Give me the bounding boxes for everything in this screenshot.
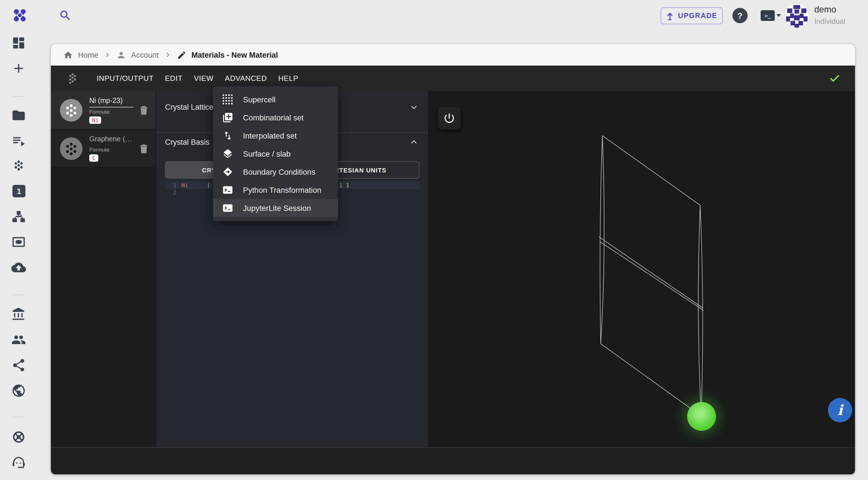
chevron-up-icon[interactable] xyxy=(410,138,418,146)
jobs-icon[interactable]: 1 xyxy=(11,184,26,199)
section-title: Crystal Basis xyxy=(165,138,210,146)
materials-panel: Ni (mp-23) Formula: Ni Graphene (… Formu… xyxy=(51,91,156,447)
media-icon[interactable] xyxy=(11,235,26,249)
question-mark-icon: ? xyxy=(738,11,743,20)
help-button[interactable]: ? xyxy=(733,8,748,23)
cloud-upload-icon[interactable] xyxy=(11,260,26,275)
formula-badge: C xyxy=(89,154,98,162)
terminal-icon xyxy=(222,202,234,214)
rail-divider xyxy=(13,96,25,97)
formula-label: Formula: xyxy=(89,108,133,115)
delete-material-icon[interactable] xyxy=(139,104,149,115)
headset-icon[interactable] xyxy=(11,455,26,470)
user-avatar[interactable] xyxy=(785,4,809,28)
menu-item-combinatorial-set[interactable]: Combinatorial set xyxy=(213,109,338,127)
formula-badge: Ni xyxy=(89,116,101,123)
surface-slab-icon xyxy=(222,148,234,159)
chevron-down-icon[interactable] xyxy=(410,103,418,111)
breadcrumb-current: Materials - New Material xyxy=(192,51,278,59)
toggle-viewer-button[interactable] xyxy=(438,107,461,129)
console-menu-button[interactable]: >_ xyxy=(761,10,781,21)
add-icon[interactable] xyxy=(11,61,26,76)
info-button[interactable]: i xyxy=(828,398,852,422)
home-icon[interactable] xyxy=(63,50,73,60)
info-icon: i xyxy=(837,402,843,418)
folder-icon[interactable] xyxy=(11,108,26,123)
upload-icon xyxy=(666,11,673,20)
mat3ra-logo-icon[interactable] xyxy=(12,7,28,23)
search-icon[interactable] xyxy=(59,9,72,22)
line-number: 2 xyxy=(165,189,176,196)
pencil-icon xyxy=(177,50,186,60)
menu-help[interactable]: HELP xyxy=(273,69,304,87)
boundary-conditions-icon xyxy=(222,166,234,178)
breadcrumb-account[interactable]: Account xyxy=(131,51,159,59)
menu-item-boundary-conditions[interactable]: Boundary Conditions xyxy=(213,163,338,181)
supercell-grid-icon xyxy=(222,94,234,105)
jobs-badge: 1 xyxy=(12,185,25,197)
menu-view[interactable]: VIEW xyxy=(188,69,219,87)
combinatorial-set-icon xyxy=(222,112,234,123)
ni-atom-sphere[interactable] xyxy=(687,402,716,431)
menu-item-jupyterlite-session[interactable]: JupyterLite Session xyxy=(213,199,338,217)
breadcrumb: Home Account Materials - New Material xyxy=(51,44,855,66)
menu-item-interpolated-set[interactable]: Interpolated set xyxy=(213,127,338,145)
globe-icon[interactable] xyxy=(11,383,26,398)
bank-icon[interactable] xyxy=(11,307,26,322)
material-avatar xyxy=(60,137,83,160)
terminal-icon xyxy=(222,184,234,196)
menu-item-label: Python Transformation xyxy=(243,186,321,194)
content-row: Ni (mp-23) Formula: Ni Graphene (… Formu… xyxy=(51,91,855,447)
workspace-card: Home Account Materials - New Material IN… xyxy=(51,44,855,474)
menu-item-python-transformation[interactable]: Python Transformation xyxy=(213,181,338,199)
material-item-ni[interactable]: Ni (mp-23) Formula: Ni xyxy=(51,91,155,129)
people-icon[interactable] xyxy=(11,332,26,347)
menu-item-label: Boundary Conditions xyxy=(243,168,315,176)
app-root: UPGRADE ? >_ xyxy=(0,0,868,480)
top-bar: UPGRADE ? >_ xyxy=(0,0,868,31)
interpolated-set-icon xyxy=(222,130,234,141)
breadcrumb-home[interactable]: Home xyxy=(78,51,98,59)
material-item-graphene[interactable]: Graphene (… Formula: C xyxy=(51,129,155,168)
playlist-play-icon[interactable] xyxy=(11,133,26,148)
menu-edit[interactable]: EDIT xyxy=(159,69,188,87)
chevron-right-icon xyxy=(103,51,111,59)
element-token: Ni xyxy=(181,182,188,188)
line-number: 1 xyxy=(165,182,176,188)
menu-item-label: JupyterLite Session xyxy=(243,204,311,212)
section-title: Crystal Lattice xyxy=(165,103,213,111)
menu-item-surface-slab[interactable]: Surface / slab xyxy=(213,145,338,163)
user-plan: Individual xyxy=(814,17,845,25)
advanced-dropdown-menu: Supercell Combinatorial set Interpolated… xyxy=(213,87,338,221)
chevron-right-icon xyxy=(164,51,172,59)
3d-viewer[interactable]: i xyxy=(429,91,855,447)
delete-material-icon[interactable] xyxy=(139,143,149,154)
rail-divider xyxy=(13,417,25,417)
menu-input-output[interactable]: INPUT/OUTPUT xyxy=(91,69,159,87)
menu-advanced[interactable]: ADVANCED xyxy=(219,69,273,87)
material-avatar xyxy=(60,99,83,121)
power-icon xyxy=(443,112,456,124)
menu-item-supercell[interactable]: Supercell xyxy=(213,90,338,109)
user-name: demo xyxy=(814,4,836,15)
account-tree-icon[interactable] xyxy=(11,209,26,224)
helm-icon[interactable] xyxy=(11,430,26,444)
upgrade-button[interactable]: UPGRADE xyxy=(661,7,723,24)
save-check-icon[interactable] xyxy=(829,72,841,84)
menu-item-label: Interpolated set xyxy=(243,131,297,140)
material-name[interactable]: Graphene (… xyxy=(89,135,133,145)
formula-label: Formula: xyxy=(89,146,133,153)
menu-item-label: Surface / slab xyxy=(243,150,291,158)
dashboard-icon[interactable] xyxy=(11,36,26,50)
menu-item-label: Supercell xyxy=(243,95,276,104)
material-name[interactable]: Ni (mp-23) xyxy=(89,96,133,107)
menu-item-label: Combinatorial set xyxy=(243,113,304,122)
paren-token: ( xyxy=(207,182,210,188)
terminal-icon: >_ xyxy=(761,10,775,21)
molecule-logo-icon xyxy=(66,72,79,85)
molecule-icon[interactable] xyxy=(11,158,26,173)
upgrade-label: UPGRADE xyxy=(678,12,717,20)
share-icon[interactable] xyxy=(11,358,26,372)
person-icon[interactable] xyxy=(116,50,126,60)
rail-divider xyxy=(13,295,25,295)
